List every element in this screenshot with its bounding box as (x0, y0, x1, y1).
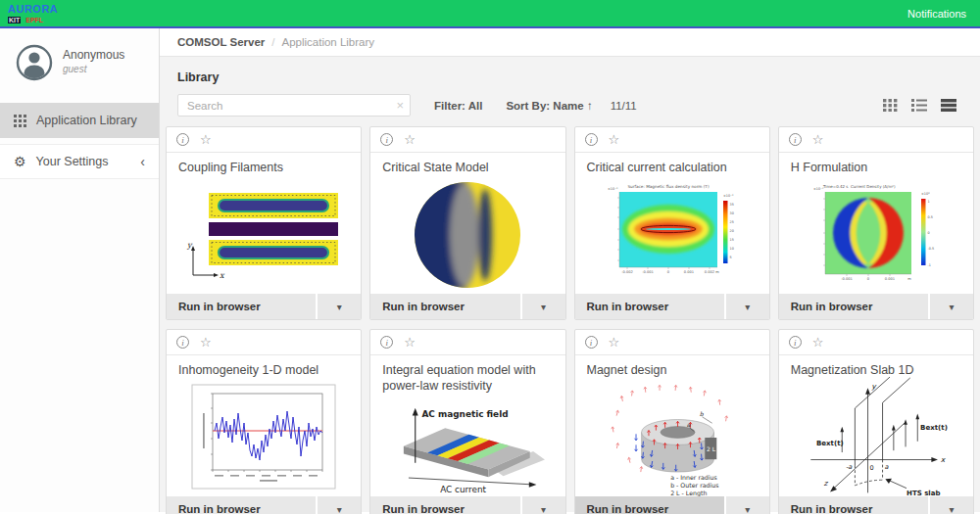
run-in-browser-button[interactable]: Run in browser (779, 294, 928, 319)
run-options-dropdown[interactable]: ▾ (930, 496, 973, 514)
card-actions: i ☆ (167, 330, 361, 355)
search-box: × (177, 94, 411, 117)
breadcrumb: COMSOL Server / Application Library (160, 28, 980, 57)
current-density-plot-thumbnail: Time=0.42 s Current Density (A/m²) (802, 179, 951, 291)
run-options-dropdown[interactable]: ▾ (930, 294, 973, 319)
run-options-dropdown[interactable]: ▾ (726, 496, 769, 514)
svg-text:30: 30 (729, 211, 733, 215)
ac-magnetic-field-label: AC magnetic field (422, 409, 509, 419)
svg-text:-1: -1 (927, 263, 930, 267)
sidebar: Anonymous guest Application Library ⚙ Yo… (0, 28, 160, 512)
page-title: Library (177, 70, 974, 84)
info-icon[interactable]: i (176, 133, 189, 146)
run-options-dropdown[interactable]: ▾ (522, 294, 565, 319)
breadcrumb-root[interactable]: COMSOL Server (177, 36, 265, 48)
outer-radius-pointer: b (699, 409, 704, 416)
info-icon[interactable]: i (789, 133, 802, 146)
run-in-browser-button[interactable]: Run in browser (370, 294, 519, 319)
app-card-inhomogeneity-1d-model[interactable]: i ☆ Inhomogeneity 1-D model (166, 329, 362, 514)
favorite-star-icon[interactable]: ☆ (404, 336, 416, 349)
colorbar (921, 199, 926, 265)
grid-icon (14, 115, 26, 127)
x-axis-ticks: -0.002 -0.001 0 0.001 0.002 m (621, 270, 719, 274)
sidebar-item-application-library[interactable]: Application Library (0, 103, 159, 138)
run-options-dropdown[interactable]: ▾ (726, 294, 769, 319)
colorbar (723, 201, 728, 263)
svg-text:-0.001: -0.001 (841, 277, 853, 281)
notifications-button[interactable]: Notifications (907, 8, 966, 20)
clear-search-icon[interactable]: × (396, 98, 404, 113)
info-icon[interactable]: i (380, 336, 393, 349)
view-switcher (883, 99, 964, 112)
ac-current-label: AC current (440, 485, 486, 494)
gear-icon: ⚙ (14, 155, 26, 168)
app-card-critical-state-model[interactable]: i ☆ Critical State Model (369, 126, 565, 320)
length-label: 2 L (707, 444, 716, 451)
card-actions: i ☆ (575, 330, 769, 355)
favorite-star-icon[interactable]: ☆ (812, 336, 824, 349)
filter-control[interactable]: Filter: All (434, 100, 482, 112)
flux-density-plot-thumbnail: Surface: Magnetic flux density norm (T) (598, 179, 747, 291)
app-card-coupling-filaments[interactable]: i ☆ Coupling Filaments (166, 126, 362, 320)
inhomogeneity-plot-thumbnail (189, 384, 338, 491)
svg-text:1: 1 (927, 200, 929, 204)
app-card-h-formulation[interactable]: i ☆ H Formulation (778, 126, 974, 320)
run-options-dropdown[interactable]: ▾ (318, 496, 361, 514)
magnet-design-thumbnail: 2 L (599, 378, 746, 497)
favorite-star-icon[interactable]: ☆ (609, 133, 620, 146)
app-card-integral-equation-model[interactable]: i ☆ Integral equation model with power-l… (369, 329, 565, 514)
svg-text:0.001: 0.001 (885, 277, 895, 281)
sort-ascending-icon: ↑ (587, 100, 593, 112)
y-axis-exponent: ×10⁻³ (608, 187, 618, 191)
run-in-browser-button[interactable]: Run in browser (167, 294, 316, 319)
run-in-browser-button[interactable]: Run in browser (575, 294, 724, 319)
svg-text:25: 25 (729, 220, 733, 224)
sort-label: Sort By: Name (506, 100, 583, 112)
plot-title: Surface: Magnetic flux density norm (T) (627, 184, 709, 189)
plot-time-label: Time=0.42 s (822, 184, 848, 189)
sidebar-item-your-settings[interactable]: ⚙ Your Settings ‹ (0, 144, 159, 179)
app-card-critical-current-calculation[interactable]: i ☆ Critical current calculation (574, 126, 770, 320)
grid-view-icon[interactable] (883, 99, 898, 112)
svg-text:a - Inner radius: a - Inner radius (670, 473, 717, 480)
plot-title: Current Density (A/m²) (851, 184, 896, 189)
run-options-dropdown[interactable]: ▾ (522, 496, 565, 514)
info-icon[interactable]: i (380, 133, 393, 146)
a-label: a (884, 463, 889, 471)
avatar (16, 44, 53, 81)
favorite-star-icon[interactable]: ☆ (200, 336, 212, 349)
svg-text:0: 0 (867, 277, 870, 281)
top-bar: AURORA KIT EPFL Notifications (0, 0, 980, 28)
svg-text:0: 0 (927, 231, 929, 235)
info-icon[interactable]: i (789, 336, 802, 349)
search-input[interactable] (177, 94, 411, 117)
favorite-star-icon[interactable]: ☆ (200, 133, 212, 146)
sort-control[interactable]: Sort By: Name ↑ (506, 100, 592, 112)
favorite-star-icon[interactable]: ☆ (404, 133, 416, 146)
svg-text:0.5: 0.5 (927, 215, 932, 219)
run-in-browser-button[interactable]: Run in browser (167, 496, 316, 514)
info-icon[interactable]: i (176, 336, 189, 349)
card-title: Magnet design (587, 362, 758, 378)
favorite-star-icon[interactable]: ☆ (812, 133, 824, 146)
aurora-logo: AURORA KIT EPFL (8, 4, 58, 23)
run-in-browser-button[interactable]: Run in browser (575, 496, 724, 514)
app-card-magnetization-slab-1d[interactable]: i ☆ Magnetization Slab 1D (778, 329, 974, 514)
favorite-star-icon[interactable]: ☆ (609, 336, 620, 349)
run-in-browser-button[interactable]: Run in browser (370, 496, 519, 514)
axis-x-label: x (941, 455, 947, 464)
colorbar-ticks: 1 0.5 0 -0.5 -1 (927, 200, 934, 267)
svg-text:20: 20 (729, 229, 733, 233)
table-view-icon[interactable] (941, 99, 956, 112)
sidebar-nav: Application Library ⚙ Your Settings ‹ (0, 103, 159, 179)
svg-text:-0.5: -0.5 (927, 247, 934, 251)
app-card-magnet-design[interactable]: i ☆ Magnet design (574, 329, 770, 514)
chevron-left-icon[interactable]: ‹ (140, 154, 145, 169)
list-view-icon[interactable] (911, 99, 927, 112)
info-icon[interactable]: i (585, 336, 598, 349)
run-in-browser-button[interactable]: Run in browser (779, 496, 928, 514)
svg-text:-0.002: -0.002 (621, 270, 633, 274)
run-options-dropdown[interactable]: ▾ (318, 294, 361, 319)
info-icon[interactable]: i (585, 133, 598, 146)
card-title: H Formulation (791, 160, 961, 175)
